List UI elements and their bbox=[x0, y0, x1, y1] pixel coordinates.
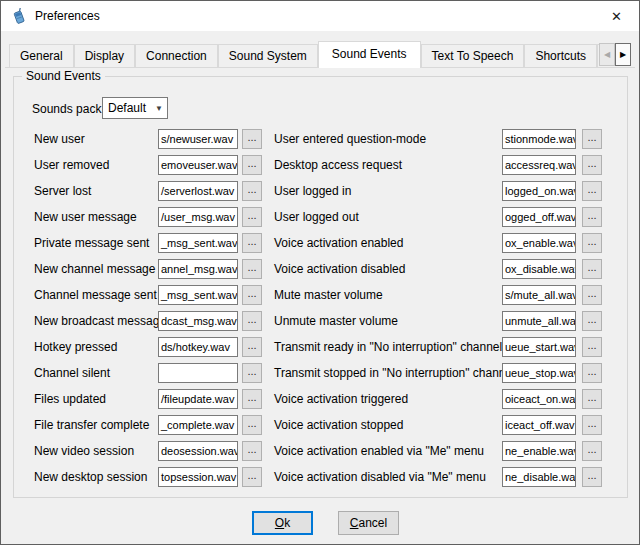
left-sound-file-input[interactable]: ds/hotkey.wav bbox=[158, 337, 238, 357]
right-event-label: Transmit stopped in "No interruption" ch… bbox=[274, 363, 515, 383]
left-event-label: Channel message sent bbox=[34, 285, 157, 305]
left-browse-button[interactable]: ... bbox=[242, 233, 262, 253]
chevron-right-icon: ▶ bbox=[620, 50, 626, 59]
left-browse-button[interactable]: ... bbox=[242, 337, 262, 357]
preferences-dialog: Preferences ✕ GeneralDisplayConnectionSo… bbox=[0, 0, 640, 545]
right-browse-button[interactable]: ... bbox=[582, 233, 602, 253]
tab-connection[interactable]: Connection bbox=[135, 44, 218, 68]
right-sound-file-input[interactable]: accessreq.wav bbox=[502, 155, 576, 175]
right-sound-file-input[interactable]: stionmode.wav bbox=[502, 129, 576, 149]
left-browse-button[interactable]: ... bbox=[242, 311, 262, 331]
right-sound-file-input[interactable]: unmute_all.wav bbox=[502, 311, 576, 331]
tab-display[interactable]: Display bbox=[74, 44, 135, 68]
right-browse-button[interactable]: ... bbox=[582, 207, 602, 227]
chevron-left-icon: ◀ bbox=[604, 50, 610, 59]
left-sound-file-input[interactable]: annel_msg.wav bbox=[158, 259, 238, 279]
cancel-button-label: Cancel bbox=[350, 516, 387, 530]
tab-scroll-right-button[interactable]: ▶ bbox=[615, 43, 631, 66]
sound-event-row: Private message sent _msg_sent.wav ... V… bbox=[14, 233, 627, 253]
left-event-label: New desktop session bbox=[34, 467, 147, 487]
sound-event-row: New desktop session topsession.wav ... V… bbox=[14, 467, 627, 487]
left-browse-button[interactable]: ... bbox=[242, 441, 262, 461]
tab-sound-events[interactable]: Sound Events bbox=[318, 41, 421, 68]
right-browse-button[interactable]: ... bbox=[582, 285, 602, 305]
right-browse-button[interactable]: ... bbox=[582, 467, 602, 487]
sound-event-row: New user s/newuser.wav ... User entered … bbox=[14, 129, 627, 149]
sound-events-groupbox: Sound Events Sounds pack Default ▼ New u… bbox=[13, 76, 628, 498]
right-sound-file-input[interactable]: ox_disable.wav bbox=[502, 259, 576, 279]
right-browse-button[interactable]: ... bbox=[582, 129, 602, 149]
right-sound-file-input[interactable]: ueue_stop.wav bbox=[502, 363, 576, 383]
tab-text-to-speech[interactable]: Text To Speech bbox=[421, 44, 525, 68]
right-event-label: Unmute master volume bbox=[274, 311, 398, 331]
left-browse-button[interactable]: ... bbox=[242, 259, 262, 279]
left-event-label: Channel silent bbox=[34, 363, 110, 383]
left-browse-button[interactable]: ... bbox=[242, 129, 262, 149]
left-event-label: New broadcast message bbox=[34, 311, 166, 331]
left-event-label: New channel message bbox=[34, 259, 155, 279]
left-event-label: Hotkey pressed bbox=[34, 337, 117, 357]
right-browse-button[interactable]: ... bbox=[582, 181, 602, 201]
right-event-label: Voice activation disabled bbox=[274, 259, 405, 279]
sound-event-row: File transfer complete _complete.wav ...… bbox=[14, 415, 627, 435]
right-sound-file-input[interactable]: logged_on.wav bbox=[502, 181, 576, 201]
close-button[interactable]: ✕ bbox=[594, 1, 639, 31]
right-browse-button[interactable]: ... bbox=[582, 259, 602, 279]
right-sound-file-input[interactable]: s/mute_all.wav bbox=[502, 285, 576, 305]
left-browse-button[interactable]: ... bbox=[242, 181, 262, 201]
left-sound-file-input[interactable]: _complete.wav bbox=[158, 415, 238, 435]
right-sound-file-input[interactable]: ogged_off.wav bbox=[502, 207, 576, 227]
left-browse-button[interactable]: ... bbox=[242, 207, 262, 227]
right-event-label: User logged out bbox=[274, 207, 359, 227]
left-sound-file-input[interactable]: topsession.wav bbox=[158, 467, 238, 487]
right-event-label: Transmit ready in "No interruption" chan… bbox=[274, 337, 502, 357]
sound-event-row: Hotkey pressed ds/hotkey.wav ... Transmi… bbox=[14, 337, 627, 357]
left-sound-file-input[interactable]: /serverlost.wav bbox=[158, 181, 238, 201]
left-browse-button[interactable]: ... bbox=[242, 467, 262, 487]
right-sound-file-input[interactable]: ox_enable.wav bbox=[502, 233, 576, 253]
left-sound-file-input[interactable]: /fileupdate.wav bbox=[158, 389, 238, 409]
left-browse-button[interactable]: ... bbox=[242, 155, 262, 175]
right-browse-button[interactable]: ... bbox=[582, 155, 602, 175]
left-sound-file-input[interactable]: deosession.wav bbox=[158, 441, 238, 461]
window-title: Preferences bbox=[35, 9, 100, 23]
ok-button[interactable]: Ok bbox=[252, 511, 313, 535]
left-sound-file-input[interactable]: /user_msg.wav bbox=[158, 207, 238, 227]
right-sound-file-input[interactable]: ne_disable.wav bbox=[502, 467, 576, 487]
left-sound-file-input[interactable]: emoveuser.wav bbox=[158, 155, 238, 175]
right-event-label: Voice activation enabled bbox=[274, 233, 403, 253]
right-event-label: Voice activation stopped bbox=[274, 415, 403, 435]
left-browse-button[interactable]: ... bbox=[242, 415, 262, 435]
right-browse-button[interactable]: ... bbox=[582, 441, 602, 461]
left-event-label: User removed bbox=[34, 155, 109, 175]
right-sound-file-input[interactable]: ne_enable.wav bbox=[502, 441, 576, 461]
right-sound-file-input[interactable]: iceact_off.wav bbox=[502, 415, 576, 435]
left-event-label: Server lost bbox=[34, 181, 91, 201]
left-sound-file-input[interactable]: dcast_msg.wav bbox=[158, 311, 238, 331]
right-browse-button[interactable]: ... bbox=[582, 389, 602, 409]
sound-event-row: Server lost /serverlost.wav ... User log… bbox=[14, 181, 627, 201]
tab-general[interactable]: General bbox=[9, 44, 74, 68]
right-browse-button[interactable]: ... bbox=[582, 337, 602, 357]
left-sound-file-input[interactable] bbox=[158, 363, 238, 383]
tab-scroll-left-button[interactable]: ◀ bbox=[599, 43, 615, 66]
left-event-label: New user bbox=[34, 129, 85, 149]
tab-shortcuts[interactable]: Shortcuts bbox=[524, 44, 597, 68]
right-browse-button[interactable]: ... bbox=[582, 311, 602, 331]
left-sound-file-input[interactable]: _msg_sent.wav bbox=[158, 285, 238, 305]
sound-event-row: New video session deosession.wav ... Voi… bbox=[14, 441, 627, 461]
left-browse-button[interactable]: ... bbox=[242, 363, 262, 383]
right-browse-button[interactable]: ... bbox=[582, 363, 602, 383]
app-icon bbox=[10, 8, 27, 25]
right-event-label: Voice activation enabled via "Me" menu bbox=[274, 441, 484, 461]
right-browse-button[interactable]: ... bbox=[582, 415, 602, 435]
left-browse-button[interactable]: ... bbox=[242, 285, 262, 305]
left-browse-button[interactable]: ... bbox=[242, 389, 262, 409]
right-sound-file-input[interactable]: oiceact_on.wav bbox=[502, 389, 576, 409]
left-sound-file-input[interactable]: _msg_sent.wav bbox=[158, 233, 238, 253]
cancel-button[interactable]: Cancel bbox=[338, 511, 399, 535]
sound-event-row: New channel message annel_msg.wav ... Vo… bbox=[14, 259, 627, 279]
left-sound-file-input[interactable]: s/newuser.wav bbox=[158, 129, 238, 149]
tab-sound-system[interactable]: Sound System bbox=[218, 44, 318, 68]
right-sound-file-input[interactable]: ueue_start.wav bbox=[502, 337, 576, 357]
